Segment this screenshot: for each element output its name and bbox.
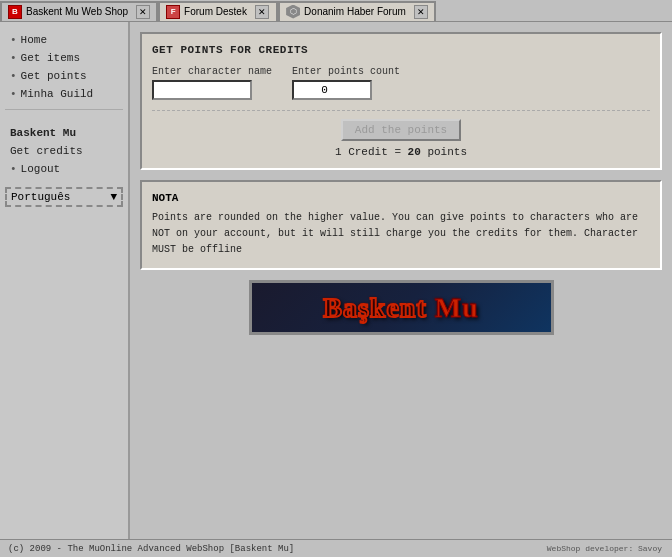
tab-close-forum[interactable]: ✕ <box>255 5 269 19</box>
sidebar-item-get-credits[interactable]: Get credits <box>5 143 123 159</box>
nota-panel: Nota Points are rounded on the higher va… <box>140 180 662 270</box>
tab-icon-donanim: ⬡ <box>286 5 300 19</box>
points-count-group: Enter points count <box>292 66 400 100</box>
credit-info-suffix: points <box>421 146 467 158</box>
status-text: (c) 2009 - The MuOnline Advanced WebShop… <box>8 544 294 554</box>
tab-icon-shop: B <box>8 5 22 19</box>
main-container: • Home • Get items • Get points • Minha … <box>0 22 672 539</box>
bullet-get-points: • <box>10 70 17 82</box>
sidebar-label-logout: Logout <box>21 163 61 175</box>
tab-icon-forum: F <box>166 5 180 19</box>
sidebar-label-get-items: Get items <box>21 52 80 64</box>
char-name-label: Enter character name <box>152 66 272 77</box>
sidebar-item-baskent-mu[interactable]: Baskent Mu <box>5 125 123 141</box>
status-right-text: WebShop developer: Savoy <box>547 544 662 553</box>
sidebar-item-get-points[interactable]: • Get points <box>5 68 123 84</box>
tab-baskent[interactable]: B Baskent Mu Web Shop ✕ <box>0 1 158 21</box>
title-bar: B Baskent Mu Web Shop ✕ F Forum Destek ✕… <box>0 0 672 22</box>
credit-info-prefix: 1 Credit = <box>335 146 408 158</box>
sidebar-item-home[interactable]: • Home <box>5 32 123 48</box>
sidebar-label-home: Home <box>21 34 47 46</box>
logo-text: Başkent Mu <box>323 292 478 324</box>
char-name-input[interactable] <box>152 80 252 100</box>
sidebar-label-minha-guild: Minha Guild <box>21 88 94 100</box>
nota-text: Points are rounded on the higher value. … <box>152 210 650 258</box>
tab-forum[interactable]: F Forum Destek ✕ <box>158 1 278 21</box>
get-points-title: Get Points For Credits <box>152 44 650 56</box>
sidebar-label-baskent-mu: Baskent Mu <box>10 127 76 139</box>
sidebar-label-get-points: Get points <box>21 70 87 82</box>
sidebar-item-logout[interactable]: • Logout <box>5 161 123 177</box>
bullet-logout: • <box>10 163 17 175</box>
form-row: Enter character name Enter points count <box>152 66 650 100</box>
sidebar: • Home • Get items • Get points • Minha … <box>0 22 130 539</box>
bullet-home: • <box>10 34 17 46</box>
credit-info: 1 Credit = 20 points <box>335 146 467 158</box>
get-points-panel: Get Points For Credits Enter character n… <box>140 32 662 170</box>
sidebar-label-get-credits: Get credits <box>10 145 83 157</box>
tab-label-baskent: Baskent Mu Web Shop <box>26 6 128 17</box>
status-bar: (c) 2009 - The MuOnline Advanced WebShop… <box>0 539 672 557</box>
tab-label-donanim: Donanim Haber Forum <box>304 6 406 17</box>
credit-bold: 20 <box>408 146 421 158</box>
bullet-minha-guild: • <box>10 88 17 100</box>
sidebar-separator-1 <box>5 109 123 110</box>
sidebar-item-get-items[interactable]: • Get items <box>5 50 123 66</box>
bullet-get-items: • <box>10 52 17 64</box>
language-dropdown[interactable]: Português ▼ <box>5 187 123 207</box>
points-count-label: Enter points count <box>292 66 400 77</box>
tab-label-forum: Forum Destek <box>184 6 247 17</box>
content-area: Get Points For Credits Enter character n… <box>130 22 672 539</box>
btn-row: Add the points 1 Credit = 20 points <box>152 119 650 158</box>
tab-donanim[interactable]: ⬡ Donanim Haber Forum ✕ <box>278 1 436 21</box>
tab-close-baskent[interactable]: ✕ <box>136 5 150 19</box>
sidebar-item-minha-guild[interactable]: • Minha Guild <box>5 86 123 102</box>
add-points-button[interactable]: Add the points <box>341 119 461 141</box>
tab-close-donanim[interactable]: ✕ <box>414 5 428 19</box>
points-count-input[interactable] <box>292 80 372 100</box>
logo-area: Başkent Mu <box>140 280 662 335</box>
nota-title: Nota <box>152 192 650 204</box>
logo-box: Başkent Mu <box>249 280 554 335</box>
char-name-group: Enter character name <box>152 66 272 100</box>
language-label: Português <box>11 191 70 203</box>
form-divider <box>152 110 650 111</box>
dropdown-arrow-icon: ▼ <box>110 191 117 203</box>
